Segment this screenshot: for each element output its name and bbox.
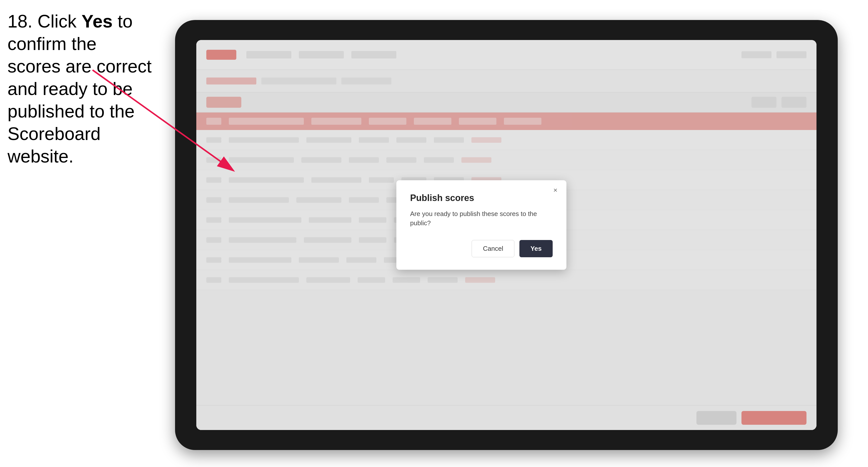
tablet-screen: × Publish scores Are you ready to publis… (196, 40, 816, 430)
modal-overlay: × Publish scores Are you ready to publis… (196, 40, 816, 430)
cancel-button[interactable]: Cancel (472, 240, 515, 257)
step-number: 18. (7, 11, 32, 31)
dialog-close-button[interactable]: × (550, 185, 560, 195)
instruction-text: 18. Click Yes to confirm the scores are … (7, 10, 153, 167)
tablet-device: × Publish scores Are you ready to publis… (175, 20, 838, 450)
dialog-actions: Cancel Yes (410, 240, 553, 257)
dialog-body: Are you ready to publish these scores to… (410, 209, 553, 227)
bold-yes: Yes (82, 11, 113, 31)
publish-scores-dialog: × Publish scores Are you ready to publis… (396, 180, 566, 270)
dialog-title: Publish scores (410, 193, 553, 203)
yes-button[interactable]: Yes (519, 240, 553, 257)
